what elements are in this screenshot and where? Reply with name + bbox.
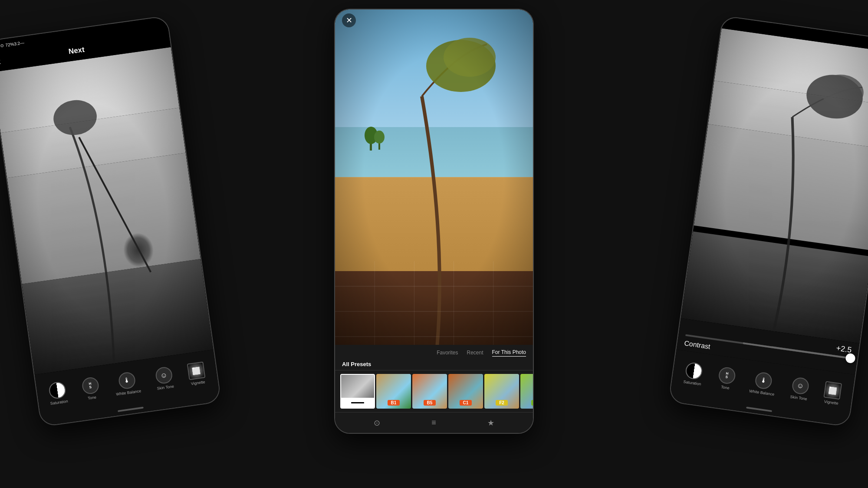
phone-right-screen: ⊙ ◻ ▮ [669,16,868,426]
tool-white-balance[interactable]: 🌡 White Balance [113,370,141,396]
saturation-label: Saturation [50,399,68,406]
right-saturation-label: Saturation [683,380,701,386]
center-presets-panel: Favorites Recent For This Photo All Pres… [335,345,533,433]
b1-label: B1 [388,400,400,406]
skin-tone-label: Skin Tone [157,384,174,390]
svg-point-6 [374,131,385,144]
tool-skin-tone[interactable]: ☺ Skin Tone [154,366,174,391]
preset-tabs: Favorites Recent For This Photo [335,345,533,358]
left-header-spacer [152,39,163,40]
c1-badge: C1 [448,398,483,406]
tab-favorites[interactable]: Favorites [437,349,458,357]
right-skin-tone-label: Skin Tone [790,394,807,401]
saturation-icon [48,381,67,400]
left-bw-scene [0,47,214,375]
tool-saturation[interactable]: Saturation [47,381,68,406]
right-tool-saturation[interactable]: Saturation [683,361,704,386]
center-grid-svg [335,261,533,345]
b1-badge: B1 [376,398,411,406]
left-wifi-icon: ⊙ [0,43,4,48]
preset-categories: All Presets [335,358,533,370]
right-bw-svg [681,28,868,343]
right-white-balance-icon: 🌡 [754,371,773,390]
sliders-icon[interactable]: ≡ [431,418,436,427]
vignette-icon: ⬜ [187,361,206,380]
right-vignette-icon: ⬜ [824,381,842,400]
center-header: ✕ [335,10,533,31]
tool-tone[interactable]: HS Tone [81,377,101,401]
presets-scroll[interactable]: B1 B5 C1 [335,370,533,412]
phone-right: ⊙ ◻ ▮ [668,15,868,427]
g3-label: G3 [531,400,533,406]
preset-bw[interactable] [340,374,375,409]
target-icon[interactable]: ⊙ [374,418,380,428]
left-status-info: N ⊙ 72% [0,41,14,49]
right-white-balance-label: White Balance [749,389,775,396]
right-tool-skin-tone[interactable]: ☺ Skin Tone [790,377,810,401]
right-bw-scene [681,28,868,343]
tab-recent[interactable]: Recent [467,349,483,357]
tool-vignette[interactable]: ⬜ Vignette [187,361,207,386]
c1-label: C1 [460,400,472,406]
close-button[interactable]: ✕ [342,13,356,27]
right-saturation-icon [685,362,704,380]
right-tool-white-balance[interactable]: 🌡 White Balance [749,371,777,397]
preset-c1[interactable]: C1 [448,374,483,409]
right-tool-vignette[interactable]: ⬜ Vignette [823,381,842,406]
bottom-icons: ⊙ ≡ ★ [335,412,533,433]
g3-badge: G3 [520,398,533,406]
left-battery: 72% [5,41,14,47]
left-bw-svg [0,47,214,375]
tone-label: Tone [88,395,97,401]
right-vignette-label: Vignette [824,399,838,405]
phone-center-screen: ✕ [335,10,533,433]
right-skin-tone-icon: ☺ [791,377,810,395]
center-color-photo [335,10,533,345]
b5-label: B5 [424,400,436,406]
left-time: 3:2— [14,40,25,46]
right-tone-icon: HS [717,366,736,385]
f2-label: F2 [496,400,508,406]
tone-icon: HS [81,377,100,395]
right-home-bar [746,407,772,412]
tab-for-this-photo[interactable]: For This Photo [492,348,526,357]
preset-f2[interactable]: F2 [484,374,519,409]
f2-badge: F2 [484,398,519,406]
svg-point-0 [51,97,99,138]
preset-b1[interactable]: B1 [376,374,411,409]
phones-wrapper: N ⊙ 72% 3:2— ‹ Next [0,0,868,488]
right-tool-tone[interactable]: HS Tone [717,366,736,391]
svg-point-2 [444,38,496,77]
star-icon[interactable]: ★ [487,418,494,428]
left-home-bar [118,407,144,412]
left-status-right: 3:2— [14,40,25,46]
center-photo-area: ✕ [335,10,533,345]
cat-all-presets[interactable]: All Presets [342,361,371,367]
white-balance-icon: 🌡 [118,371,136,390]
preset-g3[interactable]: G3 [520,374,533,409]
vignette-label: Vignette [191,380,205,386]
white-balance-label: White Balance [116,389,141,396]
preset-b5[interactable]: B5 [412,374,447,409]
preset-bw-bottom [341,398,374,408]
phone-left: N ⊙ 72% 3:2— ‹ Next [0,15,222,427]
right-tone-label: Tone [721,385,730,390]
phone-left-screen: N ⊙ 72% 3:2— ‹ Next [0,16,220,426]
right-photo-area [681,28,868,343]
skin-tone-icon: ☺ [155,366,173,385]
phone-center: ✕ [334,9,534,434]
b5-badge: B5 [412,398,447,406]
preset-bw-bar [351,402,364,403]
left-photo-area [0,47,214,375]
